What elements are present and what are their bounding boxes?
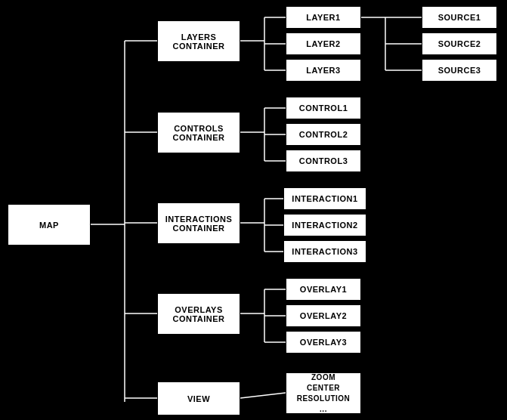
interaction1-label: INTERACTION1: [292, 194, 357, 203]
control3-label: CONTROL3: [299, 156, 348, 165]
map-label: MAP: [39, 221, 59, 230]
interaction1-node: INTERACTION1: [283, 187, 366, 210]
interactions-container-node: INTERACTIONS CONTAINER: [157, 202, 240, 244]
layer2-node: LAYER2: [286, 32, 361, 55]
control1-label: CONTROL1: [299, 103, 348, 113]
source3-label: SOURCE3: [438, 66, 481, 75]
source2-node: SOURCE2: [422, 32, 497, 55]
interaction3-label: INTERACTION3: [292, 247, 357, 256]
interaction2-label: INTERACTION2: [292, 221, 357, 230]
overlay2-node: OVERLAY2: [286, 304, 361, 327]
overlay1-label: OVERLAY1: [300, 285, 347, 294]
source3-node: SOURCE3: [422, 59, 497, 82]
source1-node: SOURCE1: [422, 6, 497, 29]
zoom-center-node: ZOOM CENTER RESOLUTION ...: [286, 372, 361, 414]
overlays-container-node: OVERLAYS CONTAINER: [157, 293, 240, 335]
layer1-label: LAYER1: [306, 13, 340, 22]
overlay1-node: OVERLAY1: [286, 278, 361, 301]
svg-line-27: [240, 393, 286, 398]
view-label: VIEW: [187, 394, 210, 403]
interaction2-node: INTERACTION2: [283, 214, 366, 236]
layer2-label: LAYER2: [306, 39, 340, 48]
overlay3-node: OVERLAY3: [286, 331, 361, 354]
control3-node: CONTROL3: [286, 150, 361, 172]
control2-node: CONTROL2: [286, 123, 361, 146]
layer3-label: LAYER3: [306, 66, 340, 75]
overlays-container-label: OVERLAYS CONTAINER: [172, 305, 224, 323]
control1-node: CONTROL1: [286, 97, 361, 119]
interactions-container-label: INTERACTIONS CONTAINER: [165, 215, 233, 233]
layer1-node: LAYER1: [286, 6, 361, 29]
layers-container-label: LAYERS CONTAINER: [172, 32, 224, 51]
diagram: MAP LAYERS CONTAINER CONTROLS CONTAINER …: [0, 0, 507, 420]
overlay3-label: OVERLAY3: [300, 338, 347, 347]
interaction3-node: INTERACTION3: [283, 240, 366, 263]
source2-label: SOURCE2: [438, 39, 481, 48]
overlay2-label: OVERLAY2: [300, 311, 347, 320]
layer3-node: LAYER3: [286, 59, 361, 82]
control2-label: CONTROL2: [299, 130, 348, 139]
view-node: VIEW: [157, 381, 240, 415]
map-node: MAP: [8, 204, 91, 246]
zoom-center-label: ZOOM CENTER RESOLUTION ...: [297, 372, 351, 415]
controls-container-label: CONTROLS CONTAINER: [172, 124, 224, 142]
layers-container-node: LAYERS CONTAINER: [157, 20, 240, 62]
source1-label: SOURCE1: [438, 13, 481, 22]
controls-container-node: CONTROLS CONTAINER: [157, 112, 240, 153]
